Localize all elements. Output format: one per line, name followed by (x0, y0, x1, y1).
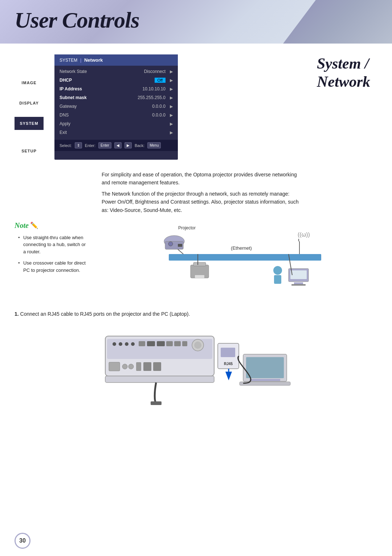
back-label: Back: (135, 143, 145, 148)
svg-rect-3 (178, 244, 182, 247)
svg-rect-39 (153, 362, 161, 371)
row-label-gateway: Gateway (60, 104, 152, 109)
header-background: User Controls (0, 0, 392, 44)
network-diagram-svg: Projector ((ω)) (98, 221, 377, 301)
arrow-dns: ▶ (170, 113, 173, 118)
page-title: User Controls (15, 7, 139, 33)
svg-rect-34 (109, 362, 120, 371)
arrow-exit: ▶ (170, 130, 173, 135)
svg-rect-40 (105, 376, 214, 383)
svg-rect-47 (246, 357, 284, 378)
row-label-exit: Exit (60, 130, 168, 135)
description-area: For simplicity and ease of operation, th… (102, 171, 305, 214)
row-value-dns: 0.0.0.0 (152, 113, 166, 118)
sidebar-nav: IMAGE DISPLAY SYSTEM SETUP (15, 65, 44, 160)
step-instruction: 1. Connect an RJ45 cable to RJ45 ports o… (15, 310, 377, 318)
note-left: Note ✏️ Use straight-thru cable when con… (15, 221, 87, 303)
svg-rect-28 (157, 341, 165, 346)
svg-text:((ω)): ((ω)) (298, 232, 310, 238)
svg-rect-16 (290, 270, 307, 279)
sidebar-item-image[interactable]: IMAGE (15, 76, 44, 89)
step-number: 1. (15, 311, 19, 317)
svg-rect-29 (166, 341, 173, 346)
row-value-dhcp: Off (155, 78, 166, 83)
svg-rect-18 (291, 284, 306, 286)
page-number: 30 (15, 533, 30, 549)
sidebar-item-system[interactable]: SYSTEM (15, 117, 44, 130)
row-label-apply: Apply (60, 121, 168, 126)
arrow-gateway: ▶ (170, 104, 173, 109)
svg-rect-42 (221, 348, 235, 357)
menu-row-ip-address[interactable]: IP Address 10.10.10.10 ▶ (54, 85, 178, 93)
note-item-2: Use crossover cable for direct PC to pro… (18, 259, 87, 274)
step-text: 1. Connect an RJ45 cable to RJ45 ports o… (15, 310, 377, 318)
row-value-gateway: 0.0.0.0 (152, 104, 166, 109)
page-number-text: 30 (19, 537, 26, 544)
arrow-subnet: ▶ (170, 95, 173, 100)
svg-point-25 (131, 342, 135, 346)
menu-row-network-state[interactable]: Network State Disconnect ▶ (54, 67, 178, 76)
enter-label: Enter: (85, 143, 95, 148)
svg-rect-10 (193, 262, 206, 266)
svg-rect-14 (274, 275, 281, 284)
sidebar-item-display[interactable]: DISPLAY (15, 97, 44, 110)
svg-rect-49 (250, 379, 280, 381)
row-value-ip: 10.10.10.10 (143, 86, 166, 91)
sidebar-item-setup[interactable]: SETUP (15, 144, 44, 158)
hardware-diagram-svg: RJ45 (98, 325, 294, 405)
svg-point-4 (168, 242, 173, 246)
row-value-subnet: 255.255.255.0 (138, 95, 166, 100)
arrow-ip: ▶ (170, 87, 173, 91)
left-key: ◀ (114, 142, 122, 148)
svg-rect-50 (151, 401, 162, 405)
note-section: Note ✏️ Use straight-thru cable when con… (15, 221, 377, 303)
svg-rect-0 (169, 254, 321, 261)
svg-rect-30 (174, 341, 181, 346)
svg-line-5 (178, 249, 183, 254)
description-text-1: For simplicity and ease of operation, th… (102, 171, 305, 187)
menu-row-apply[interactable]: Apply ▶ (54, 119, 178, 128)
svg-rect-37 (136, 362, 141, 371)
note-title: Note (15, 221, 29, 230)
row-label-subnet: Subnet mask (60, 95, 138, 100)
svg-point-24 (125, 342, 128, 346)
hardware-diagram: RJ45 (15, 325, 377, 405)
header-decoration (283, 0, 392, 44)
row-label-dns: DNS (60, 113, 152, 118)
main-content: IMAGE DISPLAY SYSTEM SETUP SYSTEM | Netw… (0, 47, 392, 412)
svg-rect-38 (143, 362, 151, 371)
ethernet-label: (Ethernet) (231, 245, 252, 251)
note-header: Note ✏️ (15, 221, 87, 230)
projector-label: Projector (178, 225, 196, 230)
enter-key: Enter (98, 142, 111, 148)
arrow-network-state: ▶ (170, 69, 173, 74)
menu-footer: Select: ⇕ Enter: Enter ◀ ▶ Back: Menu (54, 140, 178, 151)
menu-row-dhcp[interactable]: DHCP Off ▶ (54, 76, 178, 85)
menu-row-dns[interactable]: DNS 0.0.0.0 ▶ (54, 111, 178, 119)
svg-rect-11 (195, 275, 204, 278)
svg-rect-48 (240, 382, 290, 385)
svg-rect-17 (294, 282, 303, 284)
menu-panel-container: IMAGE DISPLAY SYSTEM SETUP SYSTEM | Netw… (15, 54, 377, 160)
svg-text:RJ45: RJ45 (224, 362, 233, 366)
back-key: Menu (147, 142, 161, 148)
svg-point-33 (194, 342, 201, 349)
pencil-icon: ✏️ (30, 221, 38, 229)
description-text-2: The Network function of the projector th… (102, 190, 305, 214)
row-label-network-state: Network State (60, 69, 144, 74)
select-label: Select: (60, 143, 72, 148)
menu-network-label: Network (84, 57, 103, 63)
menu-row-gateway[interactable]: Gateway 0.0.0.0 ▶ (54, 102, 178, 111)
arrow-dhcp: ▶ (170, 78, 173, 83)
menu-box: SYSTEM | Network Network State Disconnec… (54, 54, 178, 160)
row-label-ip: IP Address (60, 86, 143, 91)
menu-row-exit[interactable]: Exit ▶ (54, 128, 178, 137)
svg-rect-26 (139, 341, 145, 346)
svg-point-36 (128, 364, 134, 369)
menu-items-list: Network State Disconnect ▶ DHCP Off ▶ IP… (54, 66, 178, 138)
menu-pipe: | (80, 57, 83, 63)
menu-row-subnet[interactable]: Subnet mask 255.255.255.0 ▶ (54, 93, 178, 102)
row-value-network-state: Disconnect (144, 69, 166, 74)
network-diagram: Projector ((ω)) (98, 221, 377, 303)
svg-rect-27 (147, 341, 155, 346)
